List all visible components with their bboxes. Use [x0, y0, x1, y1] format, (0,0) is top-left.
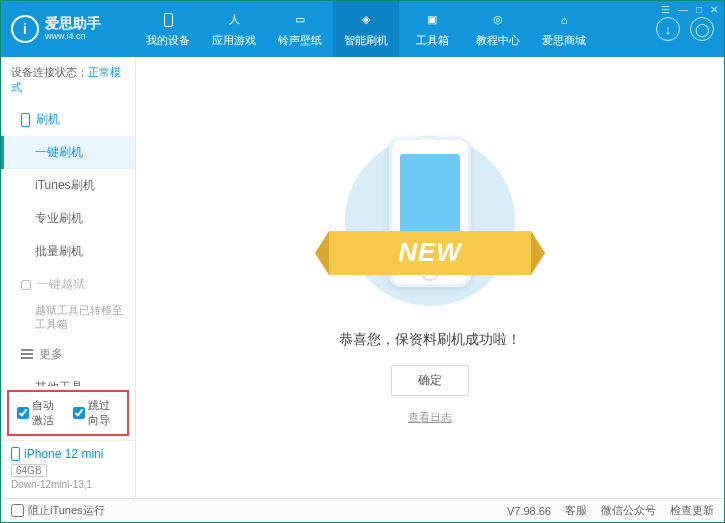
firmware-label: Down-12mini-13,1 — [11, 479, 125, 490]
sidebar-section-flash[interactable]: 刷机 — [1, 103, 135, 136]
options-highlight: 自动激活 跳过向导 — [7, 390, 129, 436]
checkbox-auto-activate[interactable]: 自动激活 — [17, 398, 63, 428]
sidebar-item-pro-flash[interactable]: 专业刷机 — [1, 202, 135, 235]
checkbox-skip-guide[interactable]: 跳过向导 — [73, 398, 119, 428]
footer-update[interactable]: 检查更新 — [670, 503, 714, 518]
sidebar-section-more[interactable]: 更多 — [1, 338, 135, 371]
success-illustration: NEW — [335, 131, 525, 311]
version-label: V7.98.66 — [507, 505, 551, 517]
jailbreak-note: 越狱工具已转移至工具箱 — [1, 301, 135, 338]
storage-badge: 64GB — [11, 464, 47, 477]
footer-service[interactable]: 客服 — [565, 503, 587, 518]
tab-ringtones[interactable]: ▭铃声壁纸 — [267, 1, 333, 57]
connection-status: 设备连接状态：正常模式 — [1, 57, 135, 103]
menu-icon[interactable]: ☰ — [661, 4, 670, 15]
sidebar-item-oneclick-flash[interactable]: 一键刷机 — [1, 136, 135, 169]
new-banner: NEW — [329, 231, 531, 275]
lock-icon — [21, 280, 31, 290]
device-info[interactable]: iPhone 12 mini 64GB Down-12mini-13,1 — [1, 440, 135, 498]
tab-store[interactable]: ⌂爱思商城 — [531, 1, 597, 57]
store-icon: ⌂ — [555, 11, 573, 29]
close-icon[interactable]: ✕ — [710, 4, 718, 15]
sidebar-item-itunes-flash[interactable]: iTunes刷机 — [1, 169, 135, 202]
device-icon — [11, 447, 20, 461]
tab-toolbox[interactable]: ▣工具箱 — [399, 1, 465, 57]
header: i 爱思助手 www.i4.cn 我的设备 人应用游戏 ▭铃声壁纸 ◈智能刷机 … — [1, 1, 724, 57]
apps-icon: 人 — [225, 11, 243, 29]
view-log-link[interactable]: 查看日志 — [408, 410, 452, 425]
user-button[interactable]: ◯ — [690, 17, 714, 41]
window-controls: ☰ — □ ✕ — [661, 4, 718, 15]
main-content: NEW 恭喜您，保资料刷机成功啦！ 确定 查看日志 — [136, 57, 724, 498]
tab-tutorials[interactable]: ◎教程中心 — [465, 1, 531, 57]
sidebar: 设备连接状态：正常模式 刷机 一键刷机 iTunes刷机 专业刷机 批量刷机 一… — [1, 57, 136, 498]
wallpaper-icon: ▭ — [291, 11, 309, 29]
download-button[interactable]: ↓ — [656, 17, 680, 41]
minimize-icon[interactable]: — — [678, 4, 688, 15]
ok-button[interactable]: 确定 — [391, 365, 469, 396]
flash-icon: ◈ — [357, 11, 375, 29]
maximize-icon[interactable]: □ — [696, 4, 702, 15]
tab-my-device[interactable]: 我的设备 — [135, 1, 201, 57]
logo[interactable]: i 爱思助手 www.i4.cn — [11, 15, 135, 43]
device-icon — [159, 11, 177, 29]
brand-title: 爱思助手 — [45, 16, 101, 31]
tutorial-icon: ◎ — [489, 11, 507, 29]
footer: 阻止iTunes运行 V7.98.66 客服 微信公众号 检查更新 — [1, 498, 724, 522]
success-message: 恭喜您，保资料刷机成功啦！ — [339, 331, 521, 349]
tab-apps[interactable]: 人应用游戏 — [201, 1, 267, 57]
main-tabs: 我的设备 人应用游戏 ▭铃声壁纸 ◈智能刷机 ▣工具箱 ◎教程中心 ⌂爱思商城 — [135, 1, 597, 57]
brand-url: www.i4.cn — [45, 32, 101, 42]
checkbox-block-itunes[interactable]: 阻止iTunes运行 — [11, 503, 105, 518]
menu-icon — [21, 353, 33, 355]
sidebar-item-batch-flash[interactable]: 批量刷机 — [1, 235, 135, 268]
logo-icon: i — [11, 15, 39, 43]
sidebar-item-other-tools[interactable]: 其他工具 — [1, 371, 135, 386]
footer-wechat[interactable]: 微信公众号 — [601, 503, 656, 518]
toolbox-icon: ▣ — [423, 11, 441, 29]
phone-icon — [21, 113, 30, 127]
tab-flash[interactable]: ◈智能刷机 — [333, 1, 399, 57]
sidebar-section-jailbreak: 一键越狱 — [1, 268, 135, 301]
